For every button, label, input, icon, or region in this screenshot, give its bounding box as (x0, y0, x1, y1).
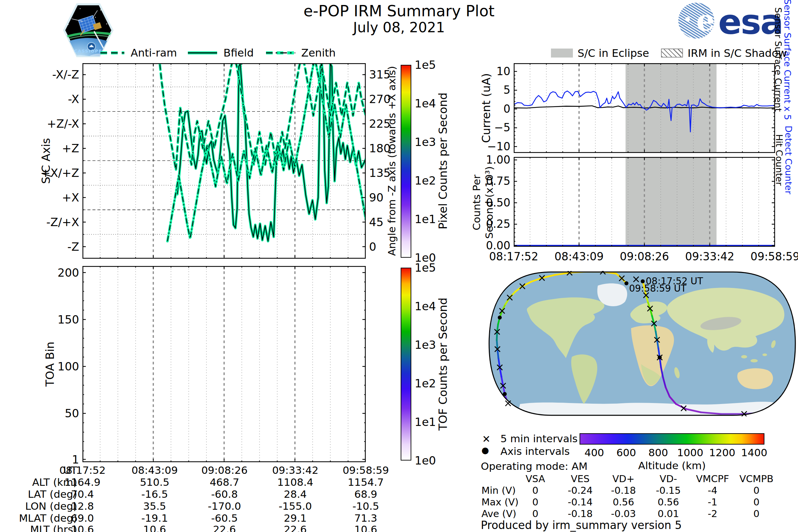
angle-axis-tick: 180 (369, 141, 391, 155)
angle-axis-tick: 225 (369, 117, 391, 130)
ephemeris-value: 35.5 (118, 500, 191, 512)
svg-text:e: e (696, 3, 715, 38)
ephemeris-value: 09:58:59 (329, 464, 402, 476)
sc-axis-ytick: -Z/+X (46, 215, 79, 229)
counts-ytick: 0.25 (486, 217, 510, 230)
cbar-tof-tick: 1e2 (415, 377, 436, 390)
altitude-tick: 1000 (673, 446, 707, 458)
time-axis-tick: 09:33:42 (682, 250, 738, 263)
ephemeris-value: 22.6 (188, 524, 261, 532)
counts-ytick: 0.75 (486, 174, 510, 188)
altitude-tick: 1200 (706, 446, 739, 458)
sc-axis-plot (82, 63, 366, 259)
current-ytick: 5 (504, 83, 510, 96)
legend-sample-solid (187, 50, 218, 56)
legend-label-anti-ram: Anti-ram (131, 46, 177, 59)
cbar-pixel-tick: 1e5 (415, 58, 436, 72)
ephemeris-value: 468.7 (188, 476, 261, 488)
altitude-tick: 1400 (738, 446, 771, 458)
time-axis-tick: 09:58:59 (747, 250, 798, 263)
altitude-tick: 400 (577, 446, 611, 458)
ephemeris-value: -60.8 (188, 488, 261, 500)
eclipse-legend-swatch (551, 49, 573, 58)
tof-colorbar-label: TOF Counts per Second (430, 264, 456, 464)
altitude-colorbar (580, 433, 764, 444)
sc-axis-ylabel: S/C Axis (33, 61, 58, 261)
ephemeris-value: 1164.9 (46, 476, 119, 488)
time-axis-tick: 08:17:52 (486, 250, 542, 263)
tof-colorbar (401, 268, 411, 460)
altitude-colorbar-label: Altitude (km) (580, 459, 764, 472)
ephemeris-value: 09:33:42 (259, 464, 332, 476)
ephemeris-value: 10.6 (46, 524, 119, 532)
angle-axis-tick: 270 (369, 92, 391, 106)
angle-axis-tick: 45 (369, 215, 383, 229)
shadow-legend-label: IRM in S/C Shadow (688, 47, 787, 59)
counts-ytick: 1.00 (486, 153, 510, 166)
cbar-pixel-tick: 1e2 (415, 174, 436, 187)
time-axis-tick: 09:08:26 (616, 250, 673, 263)
pixel-colorbar (401, 65, 411, 258)
ephemeris-value: -10.5 (329, 500, 402, 512)
five-min-marker-icon: ✕ (482, 433, 491, 445)
axis-interval-marker-icon: ● (481, 445, 489, 455)
cbar-pixel-tick: 1e3 (415, 135, 436, 149)
voltage-value: 0 (726, 508, 786, 519)
cbar-pixel-tick: 1e4 (415, 97, 436, 110)
ephemeris-value: -155.0 (259, 500, 332, 512)
current-ytick: −5 (494, 121, 510, 134)
toa-ytick: 50 (65, 407, 79, 420)
ephemeris-value: 510.5 (118, 476, 191, 488)
sc-axis-ytick: -X (68, 92, 79, 106)
ephemeris-value: 09:08:26 (188, 464, 261, 476)
voltage-column-header: VCMPB (726, 473, 786, 484)
angle-axis-tick: 0 (369, 240, 376, 253)
ephemeris-value: 08:17:52 (46, 464, 119, 476)
angle-axis-tick: 135 (369, 166, 391, 179)
operating-mode-label: Operating mode: AM (481, 460, 588, 472)
ephemeris-value: 10.6 (118, 524, 191, 532)
ephemeris-value: 08:43:09 (118, 464, 191, 476)
counts-right-label-blue: Detect Counter (784, 85, 793, 235)
voltage-value: 0 (726, 485, 786, 496)
legend-sample-dashed (100, 50, 125, 56)
ephemeris-value: 12.8 (46, 500, 119, 512)
page-date: July 08, 2021 (200, 19, 598, 36)
axis-interval-legend-label: Axis intervals (500, 445, 570, 457)
produced-by-label: Produced by irm_summary version 5 (481, 519, 682, 532)
toa-bin-plot (82, 266, 366, 462)
eclipse-legend-label: S/C in Eclipse (577, 47, 649, 59)
cbar-tof-tick: 1e0 (415, 454, 436, 467)
counts-right-label-black: Hit Counter (775, 85, 784, 235)
cbar-tof-tick: 1e1 (415, 415, 436, 429)
cbar-tof-tick: 1e4 (415, 300, 436, 313)
toa-ytick: 100 (58, 360, 79, 373)
ephemeris-value: 71.3 (329, 512, 402, 524)
ephemeris-value: 70.4 (46, 488, 119, 500)
ephemeris-value: 29.1 (259, 512, 332, 524)
ephemeris-value: -19.1 (118, 512, 191, 524)
cassiope-label: CASSIOPE (74, 49, 102, 54)
altitude-tick: 800 (642, 446, 675, 458)
angle-axis-tick: 315 (369, 68, 391, 81)
shadow-legend-swatch (661, 49, 683, 58)
legend-sample-dashdot (265, 50, 296, 56)
ephemeris-value: 22.6 (259, 524, 332, 532)
ephemeris-value: -16.5 (118, 488, 191, 500)
pixel-colorbar-label: Pixel Counts per Second (430, 61, 456, 261)
counts-plot (514, 157, 775, 247)
sc-axis-ytick: +X (62, 191, 79, 204)
ephemeris-value: -170.0 (188, 500, 261, 512)
current-plot (514, 63, 775, 153)
sc-axis-ytick: -X/-Z (52, 68, 79, 81)
ephemeris-value: -60.5 (188, 512, 261, 524)
ephemeris-value: 28.4 (259, 488, 332, 500)
sc-axis-ytick: +X/+Z (41, 166, 79, 179)
ephemeris-value: 69.0 (46, 512, 119, 524)
altitude-tick: 600 (609, 446, 643, 458)
time-axis-tick: 08:43:09 (551, 250, 607, 263)
epop-irm-summary-plot: e-POP IRM Summary Plot July 08, 2021 (0, 0, 798, 532)
map-annotation-end: 09:58:59 UT (629, 283, 686, 294)
ephemeris-value: 10.6 (329, 524, 402, 532)
cbar-tof-tick: 1e3 (415, 338, 436, 352)
